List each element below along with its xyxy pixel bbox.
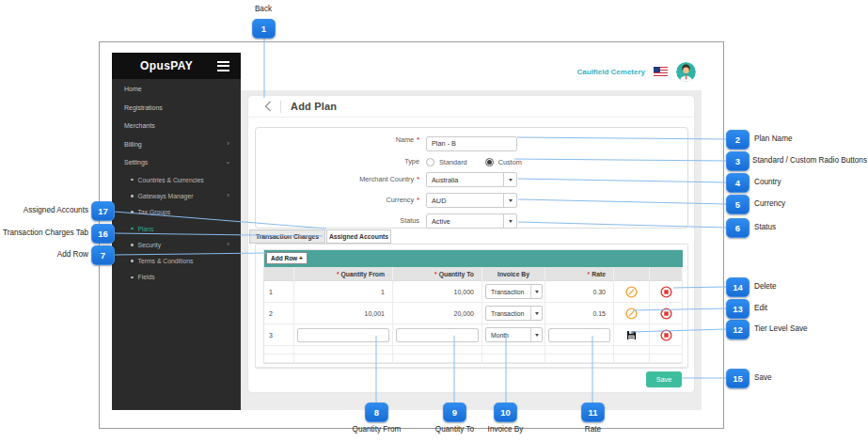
callout-badge-3: 3 xyxy=(726,151,750,171)
merchant-country-select[interactable]: Australia xyxy=(426,172,517,187)
callout-badge-4: 4 xyxy=(726,173,750,193)
app-window: OpusPAY Home Registrations Merchants Bil… xyxy=(112,53,702,410)
sidebar-item-settings[interactable]: Settings› xyxy=(112,153,241,172)
sidebar-logo-strip: OpusPAY xyxy=(112,53,241,79)
callout-label-currency: Currency xyxy=(754,199,785,208)
add-plan-card: Add Plan Name* Type Standa xyxy=(247,95,695,393)
row2-delete-icon[interactable] xyxy=(660,308,672,320)
row1-invoice-by-cell: Transaction xyxy=(482,281,545,303)
callout-badge-9: 9 xyxy=(443,403,466,422)
row3-rate-input[interactable] xyxy=(548,328,610,342)
callout-badge-2: 2 xyxy=(726,130,750,150)
radio-custom-label[interactable]: Custom xyxy=(498,158,522,166)
currency-select[interactable]: AUD xyxy=(426,193,517,208)
row3-save-icon[interactable] xyxy=(626,330,637,340)
callout-label-tier-level-save: Tier Level Save xyxy=(754,324,808,333)
radio-custom[interactable] xyxy=(485,158,494,166)
chevron-right-icon: › xyxy=(227,140,229,148)
bullet-icon xyxy=(131,228,134,230)
bullet-icon xyxy=(131,244,134,246)
currency-label: Currency* xyxy=(256,193,419,208)
name-label: Name* xyxy=(256,133,419,148)
callout-label-status: Status xyxy=(754,223,776,231)
annotated-screenshot: OpusPAY Home Registrations Merchants Bil… xyxy=(0,0,868,442)
callout-label-country: Country xyxy=(754,178,781,186)
row3-index: 3 xyxy=(264,324,294,346)
sidebar-subitem-fields[interactable]: Fields xyxy=(112,269,241,285)
tier-table-section: Add Row + *Quantity From *Quantity To In… xyxy=(255,244,688,369)
sidebar-subitem-terms-conditions[interactable]: Terms & Conditions xyxy=(112,253,241,269)
callout-label-add-row: Add Row xyxy=(0,250,88,259)
radio-standard[interactable] xyxy=(426,158,434,166)
row3-qty-to-input[interactable] xyxy=(396,328,479,342)
save-button[interactable]: Save xyxy=(646,371,682,387)
row1-edit-icon[interactable] xyxy=(625,286,638,298)
dropdown-arrow-icon xyxy=(503,173,516,186)
chevron-right-icon: › xyxy=(227,241,229,248)
app-logo: OpusPAY xyxy=(140,59,193,72)
row1-invoice-by-select[interactable]: Transaction xyxy=(485,284,543,299)
col-header-rate: *Rate xyxy=(545,267,614,281)
row1-qty-from: 1 xyxy=(294,281,393,303)
sidebar-item-merchants[interactable]: Merchants xyxy=(112,117,241,135)
row1-delete-icon[interactable] xyxy=(660,286,672,298)
sidebar-subitem-security[interactable]: Security› xyxy=(112,237,241,253)
merchant-country-label: Merchant Country* xyxy=(256,172,419,187)
callout-badge-13: 13 xyxy=(726,299,750,319)
callout-badge-10: 10 xyxy=(494,403,517,422)
screenshot-frame: OpusPAY Home Registrations Merchants Bil… xyxy=(99,41,724,429)
callout-badge-16: 16 xyxy=(91,224,115,244)
radio-standard-label[interactable]: Standard xyxy=(439,158,467,166)
callout-label-plan-name: Plan Name xyxy=(754,134,793,143)
user-avatar[interactable] xyxy=(676,62,696,82)
row3-delete-icon[interactable] xyxy=(660,329,672,341)
sidebar-subitem-countries-currencies[interactable]: Countries & Currencies xyxy=(112,172,241,188)
row1-qty-to: 10,000 xyxy=(393,281,482,303)
table-toolbar: Add Row + xyxy=(264,250,683,267)
footer-divider xyxy=(256,367,687,368)
callout-label-save: Save xyxy=(754,373,772,382)
chevron-down-icon: › xyxy=(225,161,232,164)
plan-name-input[interactable] xyxy=(426,136,517,151)
plan-form: Name* Type Standard Custom xyxy=(255,127,688,229)
tab-assigned-accounts[interactable]: Assigned Accounts xyxy=(326,229,391,244)
tab-transaction-charges[interactable]: Transaction Charges xyxy=(249,229,325,244)
row2-rate: 0.15 xyxy=(545,303,614,324)
tier-table: Add Row + *Quantity From *Quantity To In… xyxy=(263,249,682,364)
sidebar-subitem-plans[interactable]: Plans xyxy=(112,220,241,236)
sidebar-item-home[interactable]: Home xyxy=(112,80,241,99)
status-select[interactable]: Active xyxy=(426,213,517,229)
col-header-edit xyxy=(614,267,650,281)
sidebar-subitem-tax-groups[interactable]: Tax Groups xyxy=(112,204,241,220)
merchant-name-link[interactable]: Caulfield Cemetery xyxy=(577,68,645,76)
dropdown-arrow-icon xyxy=(530,307,542,320)
callout-label-transaction-charges-tab: Transaction Charges Tab xyxy=(0,229,88,237)
row2-edit-icon[interactable] xyxy=(625,308,638,320)
callout-badge-17: 17 xyxy=(91,201,115,221)
add-row-button[interactable]: Add Row + xyxy=(266,252,308,264)
dropdown-arrow-icon xyxy=(503,214,516,228)
sidebar-item-billing[interactable]: Billing› xyxy=(112,135,241,154)
row2-qty-from: 10,001 xyxy=(294,303,393,324)
sidebar-item-registrations[interactable]: Registrations xyxy=(112,99,241,118)
callout-badge-14: 14 xyxy=(726,277,750,297)
row1-index: 1 xyxy=(264,281,294,303)
col-header-index xyxy=(264,267,294,281)
us-flag-icon[interactable] xyxy=(654,67,668,76)
bullet-icon xyxy=(131,195,134,197)
callout-badge-7: 7 xyxy=(91,245,115,265)
row3-invoice-by-select[interactable]: Month xyxy=(485,327,543,342)
callout-label-radio-buttons: Standard / Custom Radio Buttons xyxy=(752,156,867,165)
callout-badge-1: 1 xyxy=(252,19,276,39)
callout-badge-11: 11 xyxy=(581,403,605,422)
row2-invoice-by-select[interactable]: Transaction xyxy=(485,306,543,321)
bullet-icon xyxy=(131,179,134,182)
back-button[interactable] xyxy=(264,101,272,112)
hamburger-menu-icon[interactable] xyxy=(217,61,229,71)
callout-badge-12: 12 xyxy=(726,320,750,339)
sidebar-subitem-gateways-manager[interactable]: Gateways Manager› xyxy=(112,188,241,204)
callout-label-delete: Delete xyxy=(754,282,777,291)
callout-label-rate: Rate xyxy=(547,425,639,434)
status-label: Status xyxy=(256,213,419,229)
row3-qty-from-input[interactable] xyxy=(297,328,389,342)
